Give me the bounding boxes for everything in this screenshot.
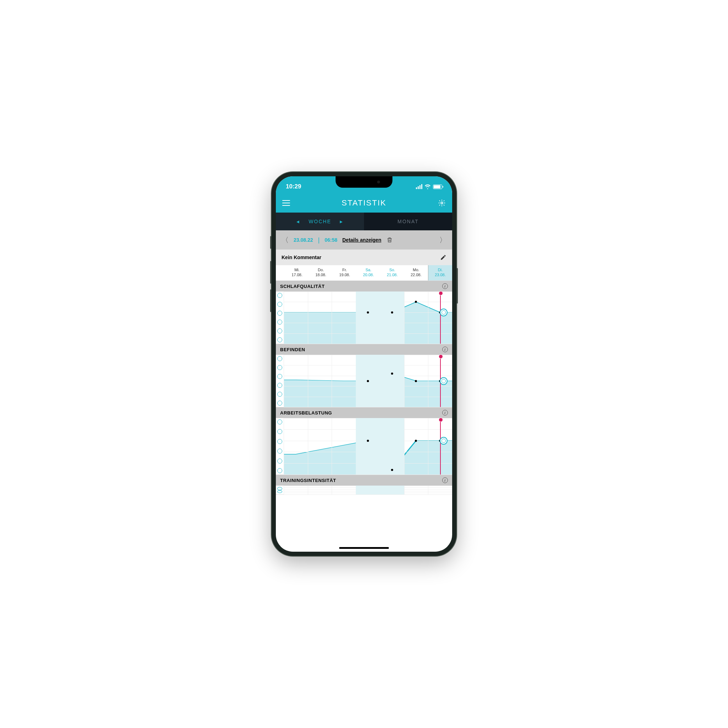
day-cell[interactable]: So.21.08.	[380, 265, 404, 280]
period-tabs: ◀ WOCHE ▶ MONAT	[276, 213, 452, 230]
today-marker-line	[440, 292, 441, 344]
side-button	[270, 261, 272, 284]
comment-label: Kein Kommentar	[281, 254, 321, 260]
next-entry-button[interactable]: 〉	[439, 236, 447, 245]
day-cell[interactable]: Mi.17.08.	[285, 265, 309, 280]
data-point	[415, 440, 417, 442]
mood-face-icon	[277, 490, 282, 493]
mood-face-icon	[277, 310, 282, 316]
day-cell[interactable]: Di.23.08.	[428, 265, 452, 280]
next-week-icon[interactable]: ▶	[340, 220, 343, 223]
y-axis	[276, 487, 284, 493]
day-header: Mi.17.08.Do.18.08.Fr.19.08.Sa.20.08.So.2…	[276, 265, 452, 281]
mood-face-icon	[277, 401, 282, 405]
prev-week-icon[interactable]: ◀	[297, 220, 300, 223]
plot-area	[284, 355, 452, 407]
info-icon[interactable]: i	[442, 283, 448, 289]
entry-time: 06:58	[324, 237, 337, 243]
tab-month[interactable]: MONAT	[364, 213, 452, 230]
current-value-marker[interactable]	[440, 437, 448, 445]
day-cell[interactable]: Sa.20.08.	[356, 265, 380, 280]
mood-face-icon	[277, 337, 282, 342]
prev-entry-button[interactable]: 〈	[281, 236, 289, 245]
mood-face-icon	[277, 439, 282, 444]
info-icon[interactable]: i	[442, 477, 448, 483]
mood-face-icon	[277, 392, 282, 397]
section-title: BEFINDEN	[280, 347, 305, 352]
date-separator: |	[318, 236, 320, 244]
data-point	[415, 301, 417, 303]
mood-face-icon	[277, 429, 282, 434]
plot-area	[284, 292, 452, 344]
comment-row: Kein Kommentar	[276, 249, 452, 265]
section-header: SCHLAFQUALITÄTi	[276, 281, 452, 292]
mood-face-icon	[277, 374, 282, 379]
mood-face-icon	[277, 356, 282, 361]
info-icon[interactable]: i	[442, 410, 448, 416]
mood-face-icon	[277, 449, 282, 454]
data-point	[391, 469, 393, 471]
day-cell[interactable]: Fr.19.08.	[333, 265, 356, 280]
tab-week-label: WOCHE	[309, 219, 331, 224]
mood-face-icon	[277, 487, 282, 490]
plot-area	[284, 486, 452, 494]
mood-face-icon	[277, 365, 282, 370]
mood-face-icon	[277, 383, 282, 388]
app-header: STATISTIK	[276, 193, 452, 213]
date-nav: 〈 23.08.22 | 06:58 Details anzeigen 〉	[276, 230, 452, 249]
day-spacer	[276, 265, 285, 280]
chart	[276, 418, 452, 475]
day-cell[interactable]: Do.18.08.	[309, 265, 333, 280]
section-header: ARBEITSBELASTUNGi	[276, 407, 452, 418]
battery-icon	[433, 185, 442, 189]
side-button	[456, 268, 458, 304]
mood-face-icon	[277, 293, 282, 298]
svg-point-0	[441, 202, 443, 204]
tab-month-label: MONAT	[398, 219, 419, 224]
data-point	[391, 311, 393, 314]
phone-screen: 10:29 STATISTIK ◀ WOCHE ▶ MONAT	[276, 176, 452, 552]
data-point	[367, 380, 369, 382]
trash-icon[interactable]	[386, 237, 393, 243]
y-axis	[276, 293, 284, 342]
info-icon[interactable]: i	[442, 347, 448, 352]
chart	[276, 292, 452, 344]
tab-week[interactable]: ◀ WOCHE ▶	[276, 213, 364, 230]
status-time: 10:29	[286, 183, 301, 190]
data-point	[391, 373, 393, 375]
section-header: TRAININGSINTENSITÄTi	[276, 475, 452, 486]
mood-face-icon	[277, 459, 282, 463]
day-cell[interactable]: Mo.22.08.	[404, 265, 428, 280]
home-indicator	[339, 547, 389, 549]
side-button	[270, 289, 272, 312]
chart	[276, 355, 452, 407]
mood-face-icon	[277, 320, 282, 324]
data-point	[415, 380, 417, 382]
current-value-marker[interactable]	[440, 309, 448, 317]
y-axis	[276, 356, 284, 405]
edit-icon[interactable]	[440, 254, 447, 260]
settings-icon[interactable]	[438, 199, 446, 207]
cellular-icon	[416, 184, 422, 189]
status-icons	[416, 184, 442, 189]
section-title: TRAININGSINTENSITÄT	[280, 478, 336, 483]
mood-face-icon	[277, 468, 282, 473]
mood-face-icon	[277, 302, 282, 307]
today-marker-line	[440, 418, 441, 474]
current-value-marker[interactable]	[440, 377, 448, 385]
section-header: BEFINDENi	[276, 344, 452, 355]
section-title: ARBEITSBELASTUNG	[280, 410, 332, 416]
notch	[336, 176, 392, 188]
charts-container: SCHLAFQUALITÄTi BEFINDENi ARBEITSBELASTU…	[276, 281, 452, 495]
side-button	[270, 236, 272, 249]
page-title: STATISTIK	[290, 198, 438, 208]
wifi-icon	[424, 184, 431, 189]
mood-face-icon	[277, 419, 282, 424]
data-point	[367, 311, 369, 314]
section-title: SCHLAFQUALITÄT	[280, 284, 324, 289]
details-link[interactable]: Details anzeigen	[342, 237, 381, 243]
phone-frame: 10:29 STATISTIK ◀ WOCHE ▶ MONAT	[272, 172, 456, 556]
mood-face-icon	[277, 329, 282, 333]
menu-icon[interactable]	[282, 200, 290, 206]
y-axis	[276, 419, 284, 473]
